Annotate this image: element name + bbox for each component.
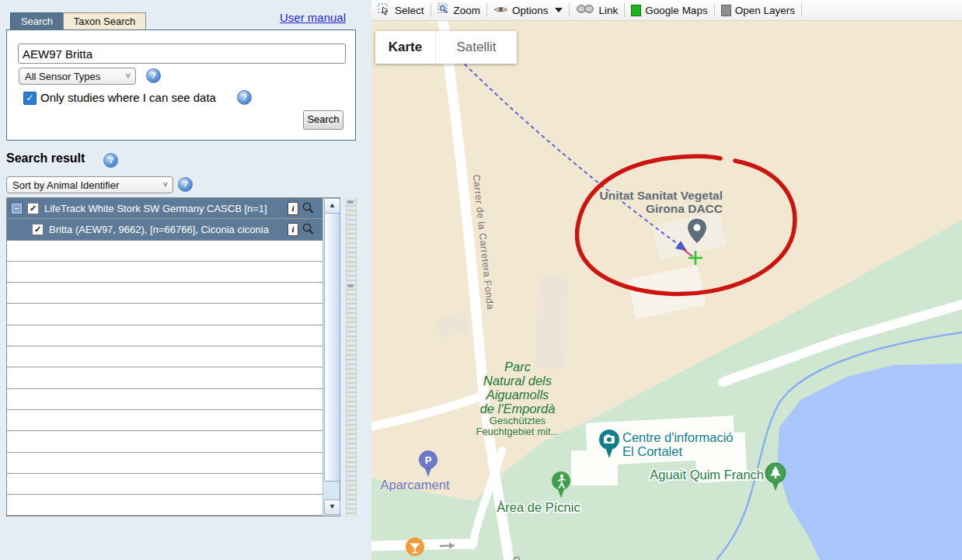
sensor-type-value: All Sensor Types — [25, 71, 100, 82]
empty-row — [7, 304, 322, 325]
empty-row — [7, 262, 322, 283]
options-label: Options — [512, 5, 549, 16]
open-layers-layer[interactable]: Open Layers — [715, 0, 801, 20]
empty-row — [7, 453, 322, 474]
picnic-label: Àrea de Pícnic — [497, 500, 580, 514]
hide-label: Aguait Quim Franch — [650, 468, 764, 482]
search-panel: Search Taxon Search User manual All Sens… — [0, 0, 371, 560]
search-result-help-icon[interactable]: ? — [103, 153, 118, 168]
select-tool[interactable]: Select — [371, 0, 430, 20]
park-label: Natural dels — [483, 374, 552, 388]
select-icon — [378, 3, 391, 18]
chevron-down-icon: ˅ — [126, 71, 131, 80]
zoom-tool[interactable]: Zoom — [431, 0, 487, 20]
google-maps-layer[interactable]: Google Maps — [625, 0, 713, 20]
empty-row — [7, 474, 322, 495]
park-label: Aiguamolls — [486, 388, 549, 402]
info-centre-label: Centre d'informació — [622, 430, 734, 444]
sort-help-icon[interactable]: ? — [178, 177, 193, 192]
zoom-icon — [437, 3, 450, 18]
chevron-down-icon: ˅ — [163, 179, 168, 189]
empty-row — [7, 410, 322, 431]
study-zoom-to-icon[interactable] — [301, 201, 315, 215]
open-layers-label: Open Layers — [735, 5, 795, 16]
google-maps-label: Google Maps — [645, 5, 707, 16]
study-checkbox[interactable]: ✓ — [27, 203, 39, 214]
parking-label: Aparcament — [381, 478, 450, 492]
parking-pin-letter: P — [425, 454, 432, 466]
animal-row[interactable]: ✓ Britta (AEW97, 9662), [n=66766], Cicon… — [7, 219, 322, 240]
map-canvas: Carrer de la Carretera Fonda or C P — [371, 21, 962, 560]
map-type-control: Karte Satellit — [375, 31, 517, 64]
park-label: Parc — [504, 360, 532, 374]
drink-pin[interactable] — [406, 537, 424, 556]
search-button[interactable]: Search — [303, 110, 343, 130]
open-layers-layer-icon — [721, 5, 731, 16]
tab-search[interactable]: Search — [10, 12, 64, 30]
app-root: { "left_panel": { "tabs": { "search": "S… — [0, 0, 962, 560]
eye-icon — [493, 4, 508, 17]
tab-taxon-search[interactable]: Taxon Search — [63, 12, 146, 30]
search-input[interactable] — [18, 43, 346, 64]
google-maps-layer-icon — [631, 5, 641, 16]
empty-row — [7, 283, 322, 304]
toolbar-separator — [801, 3, 802, 17]
search-form: All Sensor Types ˅ ? ✓ Only studies wher… — [6, 30, 356, 141]
poi-label: Girona DACC — [646, 202, 723, 215]
zoom-tool-label: Zoom — [454, 5, 481, 16]
scrollbar-up-button[interactable]: ▲ — [324, 198, 340, 214]
user-manual-link[interactable]: User manual — [272, 11, 346, 24]
empty-row — [7, 367, 322, 388]
empty-row — [7, 495, 322, 516]
empty-row — [7, 241, 322, 262]
study-info-button[interactable]: i — [288, 202, 298, 215]
list-scrollbar[interactable]: ▲ ▼ — [322, 198, 340, 516]
map-type-satellit-button[interactable]: Satellit — [435, 31, 517, 64]
poi-label: Unitat Sanitat Vegetal — [600, 189, 723, 202]
info-centre-label: El Cortalet — [622, 444, 682, 458]
animal-zoom-to-icon[interactable] — [301, 222, 315, 236]
only-studies-checkbox[interactable]: ✓ — [23, 92, 37, 105]
empty-row — [7, 389, 322, 410]
park-sublabel: Feuchtgebiet mit... — [476, 426, 559, 437]
map-viewport[interactable]: Carrer de la Carretera Fonda or C P — [371, 21, 962, 560]
search-result-list: − ✓ LifeTrack White Stork SW Germany CAS… — [6, 197, 340, 517]
only-studies-label: Only studies where I can see data — [40, 91, 216, 104]
link-icon — [576, 4, 595, 16]
scrollbar-down-button[interactable]: ▼ — [324, 499, 340, 515]
splitter-grip — [347, 200, 354, 203]
options-menu[interactable]: Options — [487, 0, 569, 20]
map-type-karte-button[interactable]: Karte — [375, 31, 435, 64]
park-label: de l'Empordà — [480, 402, 556, 416]
study-label: LifeTrack White Stork SW Germany CASCB [… — [44, 203, 267, 214]
splitter-grip — [347, 284, 354, 287]
select-tool-label: Select — [395, 5, 424, 16]
sensor-type-select[interactable]: All Sensor Types ˅ — [19, 68, 136, 85]
empty-row — [7, 346, 322, 367]
search-result-heading: Search result — [6, 151, 85, 165]
link-label: Link — [599, 5, 619, 16]
sort-select-value: Sort by Animal Identifier — [12, 179, 119, 191]
park-sublabel: Geschütztes — [490, 415, 546, 426]
link-tool[interactable]: Link — [570, 0, 625, 20]
animal-checkbox[interactable]: ✓ — [32, 224, 44, 235]
map-area: Select Zoom Options Link Google Maps Ope… — [371, 0, 962, 560]
sort-select[interactable]: Sort by Animal Identifier ˅ — [6, 176, 173, 193]
caret-down-icon — [555, 8, 563, 12]
only-studies-help-icon[interactable]: ? — [237, 90, 252, 105]
study-row[interactable]: − ✓ LifeTrack White Stork SW Germany CAS… — [7, 198, 322, 219]
empty-row — [7, 325, 322, 346]
empty-row — [7, 431, 322, 452]
panel-splitter[interactable] — [346, 197, 357, 517]
animal-info-button[interactable]: i — [288, 223, 298, 236]
animal-label: Britta (AEW97, 9662), [n=66766], Ciconia… — [49, 224, 269, 235]
map-toolbar: Select Zoom Options Link Google Maps Ope… — [371, 0, 962, 21]
sensor-help-icon[interactable]: ? — [146, 68, 161, 83]
collapse-minus-button[interactable]: − — [11, 203, 23, 214]
scrollbar-thumb[interactable] — [324, 213, 340, 482]
